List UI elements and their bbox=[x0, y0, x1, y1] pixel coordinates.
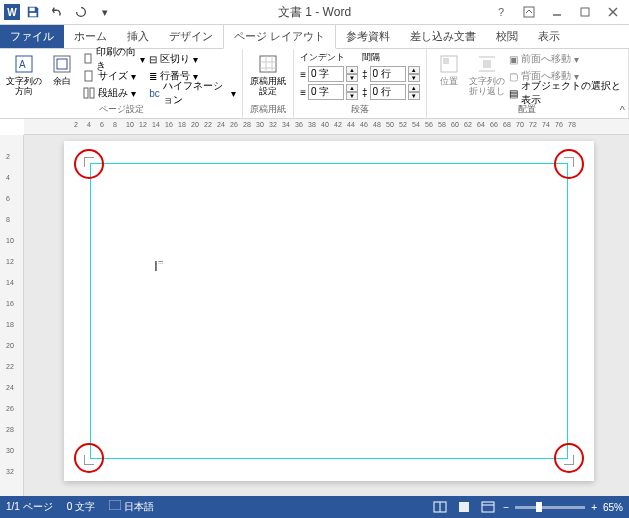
bring-forward-icon: ▣ bbox=[509, 54, 518, 65]
ruler-tick: 56 bbox=[425, 121, 433, 128]
ruler-tick: 20 bbox=[6, 342, 14, 349]
indent-right-spinner[interactable]: ≡▲▼ bbox=[300, 84, 358, 100]
vertical-ruler[interactable]: 2468101214161820222426283032 bbox=[0, 135, 24, 496]
tab-view[interactable]: 表示 bbox=[528, 25, 570, 48]
ruler-tick: 16 bbox=[165, 121, 173, 128]
text-direction-button[interactable]: A 文字列の 方向 bbox=[6, 51, 42, 102]
read-mode-icon[interactable] bbox=[431, 499, 449, 515]
horizontal-ruler[interactable]: 2468101214161820222426283032343638404244… bbox=[24, 119, 629, 135]
minimize-icon[interactable] bbox=[543, 2, 571, 22]
ruler-tick: 28 bbox=[243, 121, 251, 128]
svg-rect-4 bbox=[581, 8, 589, 16]
indent-left-spinner[interactable]: ≡▲▼ bbox=[300, 66, 358, 82]
zoom-slider[interactable] bbox=[515, 506, 585, 509]
tab-page-layout[interactable]: ページ レイアウト bbox=[223, 24, 336, 49]
ruler-tick: 58 bbox=[438, 121, 446, 128]
ruler-tick: 22 bbox=[6, 363, 14, 370]
ruler-tick: 76 bbox=[555, 121, 563, 128]
ruler-tick: 70 bbox=[516, 121, 524, 128]
collapse-ribbon-icon[interactable]: ^ bbox=[620, 104, 625, 116]
zoom-out-button[interactable]: − bbox=[503, 502, 509, 513]
svg-rect-9 bbox=[85, 54, 91, 63]
tab-mailings[interactable]: 差し込み文書 bbox=[400, 25, 486, 48]
help-icon[interactable]: ? bbox=[487, 2, 515, 22]
margins-button[interactable]: 余白 bbox=[46, 51, 79, 102]
svg-rect-23 bbox=[109, 500, 121, 510]
line-numbers-icon: ≣ bbox=[149, 71, 157, 82]
size-button[interactable]: サイズ ▾ bbox=[83, 68, 146, 84]
svg-rect-20 bbox=[483, 60, 491, 68]
svg-rect-0 bbox=[30, 8, 35, 12]
group-label-arrange: 配置 bbox=[433, 102, 622, 116]
ruler-tick: 44 bbox=[347, 121, 355, 128]
ruler-tick: 46 bbox=[360, 121, 368, 128]
ruler-tick: 34 bbox=[282, 121, 290, 128]
qat-dropdown-icon[interactable]: ▾ bbox=[94, 2, 116, 22]
selection-pane-button[interactable]: ▤オブジェクトの選択と表示 bbox=[509, 85, 622, 101]
breaks-icon: ⊟ bbox=[149, 54, 157, 65]
hyphenation-button[interactable]: bcハイフネーション ▾ bbox=[149, 85, 236, 101]
undo-icon[interactable] bbox=[46, 2, 68, 22]
ruler-tick: 22 bbox=[204, 121, 212, 128]
svg-text:A: A bbox=[19, 59, 26, 70]
tab-design[interactable]: デザイン bbox=[159, 25, 223, 48]
columns-button[interactable]: 段組み ▾ bbox=[83, 85, 146, 101]
status-lang[interactable]: 日本語 bbox=[109, 500, 154, 514]
ruler-tick: 66 bbox=[490, 121, 498, 128]
tab-file[interactable]: ファイル bbox=[0, 25, 64, 48]
web-layout-icon[interactable] bbox=[479, 499, 497, 515]
status-page[interactable]: 1/1 ページ bbox=[6, 500, 53, 514]
maximize-icon[interactable] bbox=[571, 2, 599, 22]
title-bar: W ▾ 文書 1 - Word ? bbox=[0, 0, 629, 25]
ruler-tick: 74 bbox=[542, 121, 550, 128]
orientation-icon bbox=[83, 53, 93, 65]
page[interactable]: I⎓ bbox=[64, 141, 594, 481]
ruler-tick: 10 bbox=[126, 121, 134, 128]
ribbon-options-icon[interactable] bbox=[515, 2, 543, 22]
selection-pane-icon: ▤ bbox=[509, 88, 518, 99]
svg-rect-7 bbox=[54, 56, 70, 72]
tab-references[interactable]: 参考資料 bbox=[336, 25, 400, 48]
orientation-button[interactable]: 印刷の向き ▾ bbox=[83, 51, 146, 67]
window-title: 文書 1 - Word bbox=[278, 4, 351, 21]
tab-review[interactable]: 校閲 bbox=[486, 25, 528, 48]
ruler-tick: 18 bbox=[178, 121, 186, 128]
position-icon bbox=[438, 53, 460, 75]
status-words[interactable]: 0 文字 bbox=[67, 500, 95, 514]
zoom-level[interactable]: 65% bbox=[603, 502, 623, 513]
spacing-before-icon: ‡ bbox=[362, 69, 368, 80]
ruler-tick: 40 bbox=[321, 121, 329, 128]
bring-forward-button: ▣前面へ移動 ▾ bbox=[509, 51, 622, 67]
ruler-tick: 36 bbox=[295, 121, 303, 128]
margin-guide bbox=[90, 163, 568, 459]
print-layout-icon[interactable] bbox=[455, 499, 473, 515]
close-icon[interactable] bbox=[599, 2, 627, 22]
text-cursor: I⎓ bbox=[154, 257, 163, 274]
breaks-button[interactable]: ⊟区切り ▾ bbox=[149, 51, 236, 67]
ruler-tick: 62 bbox=[464, 121, 472, 128]
position-button: 位置 bbox=[433, 51, 466, 102]
ruler-tick: 2 bbox=[74, 121, 78, 128]
indent-label: インデント bbox=[300, 51, 358, 64]
ribbon-tabs: ファイル ホーム 挿入 デザイン ページ レイアウト 参考資料 差し込み文書 校… bbox=[0, 25, 629, 49]
zoom-in-button[interactable]: + bbox=[591, 502, 597, 513]
send-backward-icon: ▢ bbox=[509, 71, 518, 82]
ruler-tick: 30 bbox=[6, 447, 14, 454]
spacing-label: 間隔 bbox=[362, 51, 420, 64]
ruler-tick: 52 bbox=[399, 121, 407, 128]
page-scroll[interactable]: I⎓ bbox=[24, 135, 629, 496]
save-icon[interactable] bbox=[22, 2, 44, 22]
ruler-tick: 24 bbox=[6, 384, 14, 391]
manuscript-icon bbox=[257, 53, 279, 75]
ruler-tick: 32 bbox=[269, 121, 277, 128]
ruler-tick: 26 bbox=[6, 405, 14, 412]
manuscript-button[interactable]: 原稿用紙 設定 bbox=[249, 51, 287, 102]
spacing-before-spinner[interactable]: ‡▲▼ bbox=[362, 66, 420, 82]
spacing-after-spinner[interactable]: ‡▲▼ bbox=[362, 84, 420, 100]
svg-rect-8 bbox=[57, 59, 67, 69]
ruler-tick: 28 bbox=[6, 426, 14, 433]
hyphenation-icon: bc bbox=[149, 88, 160, 99]
ruler-tick: 50 bbox=[386, 121, 394, 128]
redo-icon[interactable] bbox=[70, 2, 92, 22]
ruler-tick: 20 bbox=[191, 121, 199, 128]
